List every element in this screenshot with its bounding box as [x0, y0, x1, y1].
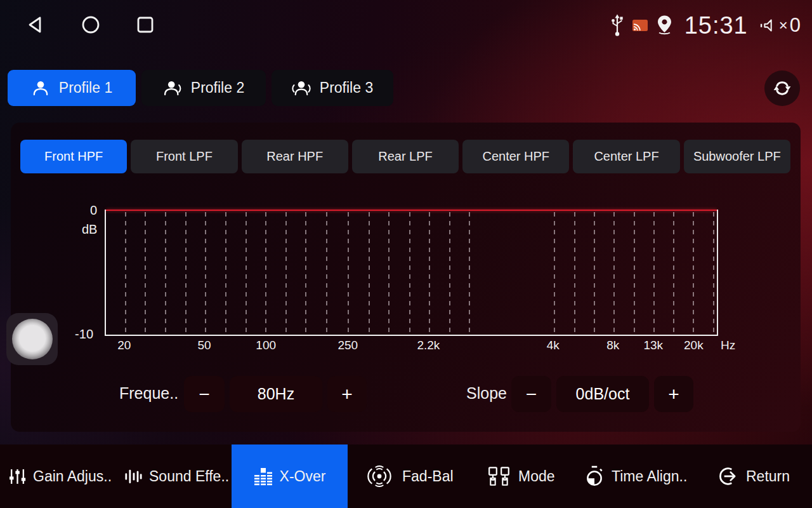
plus-glyph: +: [668, 384, 679, 405]
gridline: [305, 212, 306, 335]
filter-tab-label: Front LPF: [156, 149, 213, 164]
filter-tab-label: Center LPF: [594, 149, 658, 164]
profile-1-tab[interactable]: Profile 1: [8, 70, 136, 106]
slope-minus-button[interactable]: −: [511, 376, 551, 412]
nav-fad-bal[interactable]: Fad-Bal: [363, 444, 454, 508]
frequency-value-text: 80Hz: [258, 385, 294, 403]
home-icon: [81, 15, 100, 34]
x-tick-label: 250: [337, 338, 358, 352]
gridline: [693, 212, 694, 335]
back-icon: [27, 15, 46, 34]
home-button[interactable]: [80, 14, 102, 36]
gridline: [369, 212, 370, 335]
nav-time-align[interactable]: Time Align..: [584, 444, 687, 508]
gridline: [125, 212, 126, 335]
y-tick-minus10: -10: [72, 327, 93, 342]
status-bar: 15:31 × 0: [0, 0, 812, 51]
gain-sliders-icon: [9, 468, 26, 485]
nav-mode[interactable]: Mode: [487, 444, 555, 508]
tab-subwoofer-lpf[interactable]: Subwoofer LPF: [684, 140, 790, 173]
x-tick-label: 50: [197, 338, 211, 352]
nav-return[interactable]: Return: [717, 444, 790, 508]
tab-front-hpf[interactable]: Front HPF: [20, 140, 127, 173]
x-tick-label: 100: [256, 338, 276, 352]
mute-x-symbol: ×: [779, 17, 788, 34]
gridline: [246, 212, 247, 335]
filter-tab-label: Rear HPF: [266, 149, 323, 164]
gridline: [145, 212, 146, 335]
gridline: [594, 212, 595, 335]
gridline: [449, 212, 450, 335]
profile-2-tab[interactable]: Profile 2: [141, 70, 266, 106]
recents-button[interactable]: [134, 14, 156, 36]
profile-2-icon: [163, 79, 182, 97]
gridline: [713, 212, 714, 335]
x-axis-unit: Hz: [721, 338, 735, 352]
x-tick-label: 20k: [684, 338, 704, 352]
reset-button[interactable]: [764, 70, 800, 106]
xover-screen: 15:31 × 0 Profile 1: [0, 0, 812, 508]
slope-plus-button[interactable]: +: [654, 376, 693, 412]
gridline: [348, 212, 349, 335]
filter-tab-label: Rear LPF: [378, 149, 433, 164]
filter-tab-bar: Front HPF Front LPF Rear HPF Rear LPF Ce…: [20, 140, 790, 173]
tab-rear-lpf[interactable]: Rear LPF: [352, 140, 459, 173]
stopwatch-icon: [584, 465, 605, 487]
gridline: [265, 212, 266, 335]
response-curve: [106, 210, 717, 211]
filter-tab-label: Center HPF: [482, 149, 549, 164]
nav-sound-effect[interactable]: Sound Effe..: [124, 444, 229, 508]
minus-glyph: −: [199, 384, 210, 405]
gridline: [429, 212, 430, 335]
nav-label: Gain Adjus..: [33, 468, 112, 485]
tab-center-hpf[interactable]: Center HPF: [462, 140, 569, 173]
gridline: [225, 212, 226, 335]
tab-rear-hpf[interactable]: Rear HPF: [242, 140, 348, 173]
floating-assist-button[interactable]: [6, 313, 58, 365]
frequency-minus-button[interactable]: −: [184, 376, 225, 412]
x-axis-labels: 20501002502.2k4k8k13k20k: [105, 338, 716, 355]
profile-3-tab[interactable]: Profile 3: [272, 70, 393, 106]
plot-area[interactable]: [105, 210, 718, 336]
tab-front-lpf[interactable]: Front LPF: [131, 140, 237, 173]
y-axis-label: dB: [82, 222, 97, 237]
plus-glyph: +: [341, 384, 353, 405]
speaker-mute-icon: [759, 17, 777, 34]
nav-label: Mode: [518, 468, 555, 485]
gridline: [554, 212, 555, 335]
volume-indicator[interactable]: × 0: [759, 14, 801, 37]
y-tick-0: 0: [75, 203, 97, 218]
frequency-plus-button[interactable]: +: [327, 376, 367, 412]
nav-gain-adjust[interactable]: Gain Adjus..: [9, 444, 112, 508]
gridline: [388, 212, 390, 335]
nav-label: X-Over: [280, 468, 326, 485]
gridline: [574, 212, 575, 335]
sound-wave-icon: [124, 468, 142, 485]
nav-xover[interactable]: X-Over: [232, 444, 348, 508]
return-arrow-icon: [717, 465, 739, 487]
x-tick-label: 2.2k: [417, 338, 440, 352]
gridline: [634, 212, 635, 335]
x-tick-label: 20: [117, 338, 131, 352]
nav-label: Fad-Bal: [402, 468, 454, 485]
x-tick-label: 8k: [606, 338, 619, 352]
profile-tab-label: Profile 2: [191, 79, 244, 97]
gridline: [409, 212, 410, 335]
slope-value: 0dB/oct: [556, 376, 649, 412]
xover-panel: Front HPF Front LPF Rear HPF Rear LPF Ce…: [11, 123, 801, 432]
profile-3-icon: [292, 79, 311, 97]
nav-label: Time Align..: [612, 468, 687, 485]
gridline: [165, 212, 166, 335]
location-icon: [656, 15, 673, 36]
profile-tab-label: Profile 1: [59, 79, 112, 97]
frequency-value: 80Hz: [230, 376, 322, 412]
profile-tab-label: Profile 3: [320, 79, 373, 97]
back-button[interactable]: [25, 14, 47, 36]
tab-center-lpf[interactable]: Center LPF: [573, 140, 679, 173]
gridline: [673, 212, 674, 335]
gridline: [205, 212, 206, 335]
clock: 15:31: [684, 12, 748, 39]
filter-tab-label: Front HPF: [44, 149, 103, 164]
slope-value-text: 0dB/oct: [576, 385, 630, 403]
nav-label: Return: [746, 468, 790, 485]
